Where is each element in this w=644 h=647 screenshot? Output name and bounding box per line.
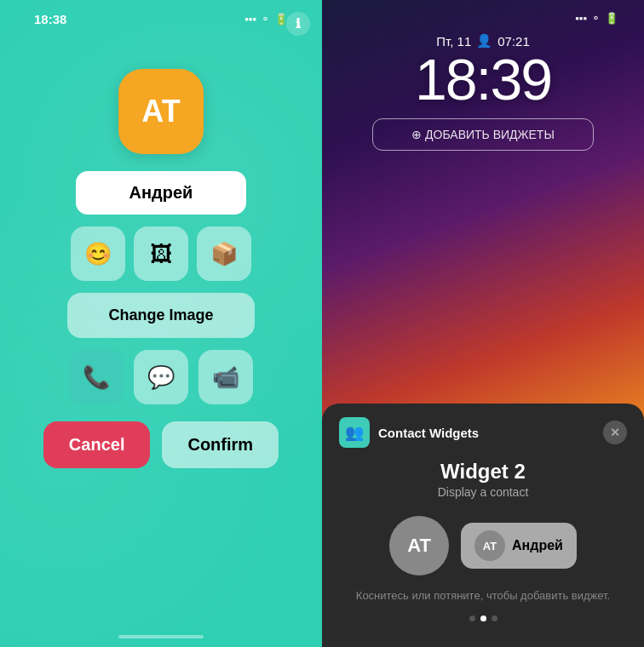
wifi-icon: ⚬ [261, 13, 270, 26]
close-icon: ✕ [610, 426, 620, 439]
sheet-app-info: 👥 Contact Widgets [339, 417, 479, 448]
home-indicator [118, 635, 204, 638]
lock-time-small: 07:21 [497, 34, 530, 49]
status-time-left: 18:38 [34, 12, 66, 26]
battery-icon-right: 🔋 [605, 12, 618, 25]
emoji-icon: 😊 [84, 241, 112, 267]
phone-button[interactable]: 📞 [69, 350, 124, 404]
add-widgets-button[interactable]: ⊕ ДОБАВИТЬ ВИДЖЕТЫ [372, 118, 594, 151]
sheet-hint-text: Коснитесь или потяните, чтобы добавить в… [339, 589, 627, 602]
action-icon-row: 📞 💬 📹 [69, 350, 253, 404]
info-button[interactable]: ℹ [286, 12, 310, 36]
wifi-icon-right: ⚬ [591, 12, 601, 25]
sheet-app-name: Contact Widgets [378, 426, 479, 440]
bottom-action-row: Cancel Confirm [43, 421, 279, 468]
cancel-button[interactable]: Cancel [43, 421, 151, 468]
widget-contact-options: AT AT Андрей [339, 516, 627, 575]
lock-date: Пт, 11 [436, 34, 471, 49]
avatar-container: AT [118, 69, 204, 154]
sheet-widget-title: Widget 2 [339, 460, 627, 484]
sheet-widget-subtitle: Display a contact [339, 485, 627, 499]
emoji-style-button[interactable]: 😊 [71, 226, 125, 281]
sheet-app-icon: 👥 [339, 417, 370, 448]
widget-option-selected[interactable]: AT Андрей [461, 523, 577, 569]
signal-icon-right: ▪▪▪ [575, 12, 587, 25]
avatar: AT [118, 69, 204, 154]
add-widgets-label: ⊕ ДОБАВИТЬ ВИДЖЕТЫ [411, 128, 555, 141]
confirm-button[interactable]: Confirm [162, 421, 279, 468]
avatar-initials: AT [141, 94, 180, 129]
sheet-close-button[interactable]: ✕ [603, 421, 627, 444]
image-style-button[interactable]: 🖼 [134, 226, 188, 281]
contact-name-text: Андрей [129, 183, 193, 202]
message-icon: 💬 [147, 364, 175, 391]
sheet-pagination-dots [339, 616, 627, 621]
contact-name-field: Андрей [76, 171, 246, 215]
status-bar-left: 18:38 ▪▪▪ ⚬ 🔋 [26, 0, 296, 26]
confirm-label: Confirm [187, 435, 253, 454]
status-bar-right: ▪▪▪ ⚬ 🔋 [331, 0, 635, 25]
info-icon: ℹ [296, 16, 301, 31]
phone-icon: 📞 [83, 364, 110, 391]
status-icons-left: ▪▪▪ ⚬ 🔋 [244, 13, 288, 26]
video-button[interactable]: 📹 [198, 350, 253, 404]
left-panel: 18:38 ▪▪▪ ⚬ 🔋 ℹ AT Андрей 😊 🖼 📦 Change I… [0, 0, 322, 647]
selected-initials: AT [483, 540, 497, 553]
sheet-header: 👥 Contact Widgets ✕ [339, 417, 627, 448]
message-button[interactable]: 💬 [134, 350, 188, 404]
unselected-initials: AT [407, 535, 431, 557]
selected-contact-name: Андрей [512, 538, 563, 553]
change-image-button[interactable]: Change Image [67, 293, 254, 338]
box-icon: 📦 [210, 241, 238, 267]
lockscreen-content: ▪▪▪ ⚬ 🔋 Пт, 11 👤 07:21 18:39 ⊕ ДОБАВИТЬ … [322, 0, 644, 151]
lock-time-large: 18:39 [415, 50, 551, 108]
change-image-label: Change Image [108, 306, 213, 324]
dot-1 [469, 616, 475, 621]
box-style-button[interactable]: 📦 [197, 226, 251, 281]
widget-bottom-sheet: 👥 Contact Widgets ✕ Widget 2 Display a c… [322, 404, 644, 647]
right-panel: ▪▪▪ ⚬ 🔋 Пт, 11 👤 07:21 18:39 ⊕ ДОБАВИТЬ … [322, 0, 644, 647]
video-icon: 📹 [212, 364, 239, 391]
app-icon-glyph: 👥 [345, 423, 364, 442]
dot-3 [492, 616, 497, 621]
style-icon-row: 😊 🖼 📦 [71, 226, 251, 281]
widget-option-unselected[interactable]: AT [389, 516, 449, 575]
image-icon: 🖼 [150, 241, 172, 267]
selected-avatar: AT [474, 530, 505, 561]
cancel-label: Cancel [69, 435, 125, 454]
signal-icon: ▪▪▪ [244, 13, 256, 26]
dot-2 [480, 616, 486, 621]
